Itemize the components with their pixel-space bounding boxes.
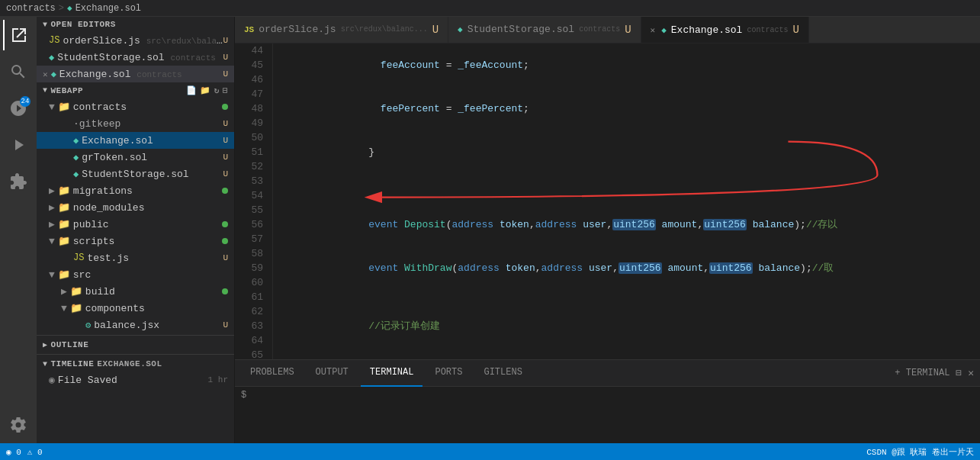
activity-extensions[interactable] [3, 166, 34, 197]
code-line-52: //记录订单创建 [285, 304, 980, 348]
breadcrumb-folder[interactable]: contracts [6, 3, 56, 14]
tab-output[interactable]: OUTPUT [307, 360, 358, 387]
panel-close-icon[interactable]: ✕ [968, 367, 974, 379]
activity-explorer[interactable] [3, 20, 34, 50]
balance-jsx-icon: ⚙ [85, 320, 91, 331]
webdapp-header[interactable]: ▼ WEBAPP 📄 📁 ↻ ⊟ [37, 82, 234, 98]
src-icon: 📁 [58, 269, 70, 281]
activity-run[interactable] [3, 130, 34, 160]
tab-sub-1: src\redux\balanc... [341, 25, 428, 34]
code-line-53: event Order(uint256 id,address user,addr… [285, 348, 980, 359]
breadcrumb: contracts > ◆ Exchange.sol [6, 3, 141, 14]
build-icon: 📁 [70, 285, 82, 298]
folder-build[interactable]: ▶ 📁 build [37, 283, 234, 300]
breadcrumb-sep: > [59, 3, 64, 14]
timeline-label: TIMELINE [51, 359, 95, 368]
build-label: build [85, 286, 222, 298]
testjs-badge: U [223, 253, 228, 262]
tab-gitlens[interactable]: GITLENS [474, 360, 531, 387]
tab-sol-icon-1: ◆ [458, 24, 463, 34]
balance-jsx-badge: U [223, 320, 228, 330]
code-line-51 [285, 290, 980, 304]
folder-contracts[interactable]: ▼ 📁 contracts [37, 98, 234, 115]
line-numbers: 44 45 46 47 48 49 50 51 52 53 54 55 56 5… [235, 43, 273, 359]
src-label: src [73, 269, 234, 281]
open-editors-header[interactable]: ▼ OPEN EDITORS [37, 17, 234, 32]
new-folder-icon[interactable]: 📁 [200, 85, 211, 95]
folder-node-modules[interactable]: ▶ 📁 node_modules [37, 199, 234, 216]
terminal-plus-label[interactable]: + TERMINAL [895, 368, 949, 378]
new-file-icon[interactable]: 📄 [186, 85, 198, 95]
code-line-47 [285, 174, 980, 188]
folder-components[interactable]: ▼ 📁 components [37, 300, 234, 317]
tab-terminal[interactable]: TERMINAL [361, 360, 423, 387]
webdapp-label: WEBAPP [51, 86, 84, 95]
tab-orderslice[interactable]: JS orderSlice.js src\redux\balanc... U [235, 17, 448, 43]
status-errors[interactable]: ◉ 0 [6, 447, 21, 457]
migrations-icon: 📁 [58, 185, 70, 197]
tab-problems[interactable]: PROBLEMS [241, 360, 304, 387]
scripts-dot [222, 238, 228, 244]
components-icon: 📁 [70, 302, 82, 314]
activity-settings[interactable] [3, 410, 34, 440]
folder-src[interactable]: ▼ 📁 src [37, 266, 234, 283]
status-warnings[interactable]: ⚠ 0 [27, 447, 43, 457]
panel-split-icon[interactable]: ⊟ [956, 367, 962, 379]
activity-search[interactable] [3, 56, 34, 87]
file-gitkeep[interactable]: ·gitkeep U [37, 115, 234, 132]
panel-content[interactable]: $ [235, 387, 980, 443]
code-line-46: } [285, 130, 980, 174]
bottom-panel: PROBLEMS OUTPUT TERMINAL PORTS GITLENS +… [235, 359, 980, 443]
file-balance-jsx[interactable]: ⚙ balance.jsx U [37, 317, 234, 333]
panel-tabs: PROBLEMS OUTPUT TERMINAL PORTS GITLENS +… [235, 360, 980, 387]
sidebar: ▼ OPEN EDITORS JS orderSlice.js src\redu… [37, 17, 235, 443]
collapse-icon[interactable]: ⊟ [223, 85, 228, 95]
node-modules-label: node_modules [73, 202, 234, 214]
components-label: components [85, 303, 234, 314]
code-editor[interactable]: 44 45 46 47 48 49 50 51 52 53 54 55 56 5… [235, 43, 980, 359]
scripts-icon: 📁 [58, 235, 70, 247]
outline-header[interactable]: ▶ OUTLINE [37, 337, 234, 352]
refresh-icon[interactable]: ↻ [214, 85, 220, 95]
divider-1 [37, 335, 234, 336]
studentstorage-label: StudentStorage.sol [82, 169, 223, 180]
code-content[interactable]: feeAccount = _feeAccount; feePercent = _… [273, 43, 980, 359]
build-dot [222, 288, 228, 294]
open-editor-studentstorage[interactable]: ◆ StudentStorage.sol contracts U [37, 49, 234, 66]
open-editors-arrow: ▼ [43, 21, 48, 29]
tab-close-icon[interactable]: ✕ [651, 25, 656, 35]
breadcrumb-file[interactable]: Exchange.sol [76, 3, 141, 14]
tab-ports[interactable]: PORTS [426, 360, 471, 387]
outline-arrow: ▶ [43, 340, 48, 349]
file-testjs[interactable]: JS test.js U [37, 249, 234, 266]
components-arrow: ▼ [61, 303, 67, 314]
webdapp-actions: 📄 📁 ↻ ⊟ [186, 85, 228, 95]
folder-arrow: ▼ [49, 101, 55, 113]
tab-studentstorage[interactable]: ◆ StudentStorage.sol contracts U [448, 17, 641, 43]
scripts-arrow: ▼ [49, 236, 55, 247]
status-right: CSDN @跟 耿瑞 卷出一片天 [866, 446, 974, 458]
file-studentstorage2[interactable]: ◆ StudentStorage.sol U [37, 166, 234, 182]
timeline-header[interactable]: ▼ TIMELINE Exchange.sol [37, 356, 234, 372]
activity-git[interactable]: 24 [3, 93, 34, 124]
code-line-49: event Deposit(address token,address user… [285, 203, 980, 246]
public-icon: 📁 [58, 218, 70, 230]
sol-file-icon-1: ◆ [49, 52, 54, 63]
tab-exchange[interactable]: ✕ ◆ Exchange.sol contracts U [641, 17, 809, 43]
close-icon[interactable]: ✕ [43, 69, 48, 79]
folder-scripts[interactable]: ▼ 📁 scripts [37, 233, 234, 249]
tab-label-2: StudentStorage.sol [468, 24, 574, 35]
file-saved-time: 1 hr [208, 375, 228, 384]
file-grtoken[interactable]: ◆ grToken.sol U [37, 149, 234, 166]
open-editor-label-1: orderSlice.js src\redux\balanc... [63, 35, 223, 47]
activity-bar: 24 [0, 17, 37, 443]
exchange-file-label: Exchange.sol [82, 135, 223, 146]
code-line-45: feePercent = _feePercent; [285, 87, 980, 130]
exchange-badge: U [223, 136, 228, 145]
folder-migrations[interactable]: ▶ 📁 migrations [37, 182, 234, 199]
file-exchange[interactable]: ◆ Exchange.sol U [37, 132, 234, 149]
folder-public[interactable]: ▶ 📁 public [37, 216, 234, 233]
open-editor-orderslice[interactable]: JS orderSlice.js src\redux\balanc... U [37, 32, 234, 49]
open-editor-exchange[interactable]: ✕ ◆ Exchange.sol contracts U [37, 66, 234, 82]
panel-actions: + TERMINAL ⊟ ✕ [895, 367, 974, 379]
